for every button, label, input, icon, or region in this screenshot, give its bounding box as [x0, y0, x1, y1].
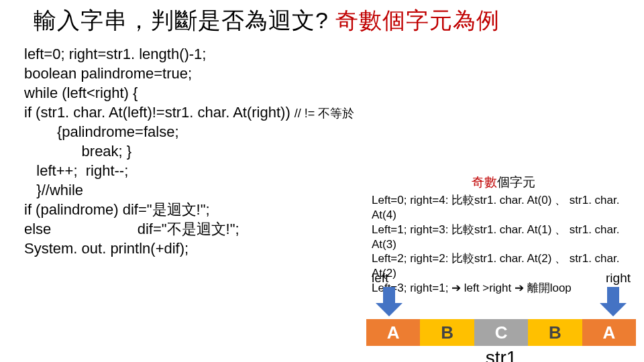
char-cell: A [582, 319, 636, 346]
trace-row: Left=0; right=4: 比較str1. char. At(0) 、 s… [372, 193, 635, 223]
code-line: break; } [24, 141, 644, 161]
char-cell: C [474, 319, 528, 346]
string-name-label: str1 [366, 347, 636, 362]
code-line: if (str1. char. At(left)!=str1. char. At… [24, 103, 644, 122]
code-line: while (left<right) { [24, 83, 644, 103]
char-cell: A [366, 319, 420, 346]
char-cell: B [420, 319, 474, 346]
trace-row: Left=1; right=3: 比較str1. char. At(1) 、 s… [372, 223, 635, 252]
char-cell: B [528, 319, 582, 346]
pointer-arrows [366, 287, 636, 319]
code-line: boolean palindrome=true; [24, 64, 644, 83]
title-text-red: 奇數個字元為例 [335, 7, 500, 33]
slide-title: 輸入字串，判斷是否為迴文? 奇數個字元為例 [0, 0, 644, 36]
code-line: left=0; right=str1. length()-1; [24, 44, 644, 64]
string-diagram: left right A B C B A str1 [366, 271, 636, 362]
arrow-down-icon [598, 287, 628, 316]
title-text-black: 輸入字串，判斷是否為迴文? [34, 7, 335, 33]
left-pointer-label: left [372, 271, 388, 286]
string-cells: A B C B A [366, 319, 636, 346]
odd-char-label: 奇數個字元 [372, 174, 635, 190]
right-pointer-label: right [606, 271, 631, 286]
arrow-down-icon [374, 287, 404, 316]
code-line: {palindrome=false; [24, 122, 644, 141]
code-comment: // != 不等於 [294, 107, 355, 120]
pointer-labels: left right [366, 271, 636, 287]
